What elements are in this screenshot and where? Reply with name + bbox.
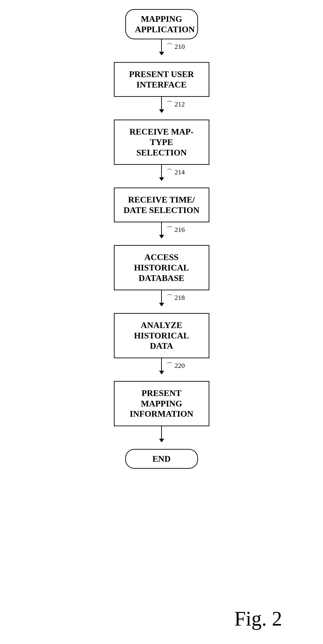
step-number-216: ⌒ 216 [166, 225, 185, 234]
step-218-box: ANALYZEHISTORICAL DATA [114, 313, 209, 358]
step-212-box: RECEIVE MAP-TYPESELECTION [114, 120, 209, 165]
start-node: MAPPINGAPPLICATION [0, 9, 323, 39]
step-210-node: PRESENT USERINTERFACE [0, 62, 323, 97]
step-214-box: RECEIVE TIME/DATE SELECTION [114, 188, 209, 222]
step-216-node: ACCESSHISTORICALDATABASE [0, 245, 323, 290]
step-220-node: PRESENT MAPPINGINFORMATION [0, 381, 323, 426]
step-218-node: ANALYZEHISTORICAL DATA [0, 313, 323, 358]
step-210-box: PRESENT USERINTERFACE [114, 62, 209, 97]
step-212-node: RECEIVE MAP-TYPESELECTION [0, 120, 323, 165]
step-number-218: ⌒ 218 [166, 293, 185, 302]
step-216-box: ACCESSHISTORICALDATABASE [114, 245, 209, 290]
end-node: END [0, 449, 323, 469]
step-214-node: RECEIVE TIME/DATE SELECTION [0, 188, 323, 222]
diagram-container: MAPPINGAPPLICATION ⌒ 210 PRESENT USERINT… [0, 0, 323, 644]
step-number-210: ⌒ 210 [166, 42, 185, 51]
start-label: MAPPINGAPPLICATION [125, 9, 198, 39]
end-label: END [125, 449, 198, 469]
step-number-212: ⌒ 212 [166, 100, 185, 109]
figure-label: Fig. 2 [234, 607, 282, 630]
step-number-220: ⌒ 220 [166, 361, 185, 370]
step-220-box: PRESENT MAPPINGINFORMATION [114, 381, 209, 426]
step-number-214: ⌒ 214 [166, 168, 185, 177]
